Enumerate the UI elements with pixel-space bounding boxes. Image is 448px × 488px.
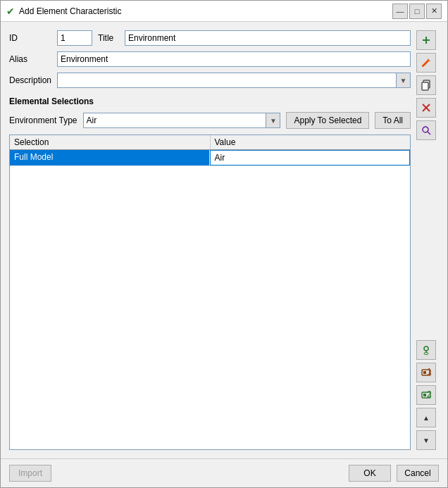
title-input[interactable]: [125, 30, 411, 46]
map-icon: [421, 344, 432, 356]
id-input[interactable]: [57, 30, 92, 46]
table-cell-selection: Full Model: [10, 150, 210, 165]
main-window: ✔ Add Element Characteristic — □ ✕ ID Ti…: [0, 0, 448, 488]
top-button-group: [416, 30, 439, 140]
svg-text:2: 2: [427, 389, 432, 399]
svg-text:1: 1: [427, 367, 432, 377]
svg-point-6: [423, 127, 428, 132]
search-button[interactable]: [416, 120, 436, 140]
minimize-button[interactable]: —: [392, 4, 408, 19]
apply-to-selected-button[interactable]: Apply To Selected: [286, 112, 369, 129]
env-type-select-wrapper: Air Water Space ▼: [83, 113, 281, 128]
content-area: ID Title Alias Description ▼ Elemental S…: [1, 22, 447, 458]
scroll-down-button[interactable]: ▼: [416, 430, 436, 450]
env-type-arrow: ▼: [266, 113, 280, 127]
description-dropdown-button[interactable]: ▼: [396, 73, 410, 87]
selection-table: Selection Value Full Model Air: [9, 134, 411, 450]
env-type-row: Environment Type Air Water Space ▼ Apply…: [9, 112, 411, 129]
svg-rect-1: [425, 37, 427, 44]
add-icon: [421, 35, 432, 46]
table-body: Full Model Air: [10, 150, 410, 449]
window-title: Add Element Characteristic: [19, 6, 388, 16]
svg-point-8: [424, 346, 428, 351]
layer2-button[interactable]: 2: [416, 385, 436, 405]
alias-row: Alias: [9, 51, 411, 67]
elemental-selections-header: Elemental Selections: [9, 96, 411, 106]
map-button[interactable]: [416, 340, 436, 360]
col-header-value: Value: [211, 135, 411, 149]
scroll-up-icon: ▲: [423, 414, 430, 422]
scroll-up-button[interactable]: ▲: [416, 408, 436, 427]
right-sidebar: 1 2 ▲ ▼: [416, 30, 439, 450]
table-header: Selection Value: [10, 135, 410, 150]
description-input[interactable]: [58, 73, 396, 87]
svg-rect-15: [423, 394, 426, 396]
delete-button[interactable]: [416, 98, 436, 118]
footer-right: OK Cancel: [349, 465, 439, 482]
search-icon: [421, 125, 432, 136]
scroll-down-icon: ▼: [423, 437, 430, 444]
layer2-icon: 2: [421, 389, 432, 401]
window-icon: ✔: [6, 6, 15, 17]
title-bar-controls: — □ ✕: [392, 4, 442, 19]
layer1-button[interactable]: 1: [416, 363, 436, 382]
pencil-icon: [421, 57, 432, 68]
id-label: ID: [9, 33, 51, 43]
main-area: ID Title Alias Description ▼ Elemental S…: [9, 30, 411, 450]
ok-button[interactable]: OK: [349, 465, 391, 482]
footer-left: Import: [9, 465, 51, 482]
copy-button[interactable]: [416, 75, 436, 95]
title-bar: ✔ Add Element Characteristic — □ ✕: [1, 1, 447, 22]
col-header-selection: Selection: [10, 135, 211, 149]
svg-rect-3: [422, 82, 428, 90]
description-row: Description ▼: [9, 73, 411, 88]
title-label: Title: [98, 33, 119, 43]
close-button[interactable]: ✕: [426, 4, 442, 19]
alias-label: Alias: [9, 54, 51, 64]
footer: Import OK Cancel: [1, 458, 447, 487]
to-all-button[interactable]: To All: [375, 112, 411, 129]
sidebar-spacer: [416, 143, 439, 337]
env-type-select[interactable]: Air Water Space: [84, 113, 266, 127]
alias-input[interactable]: [57, 51, 411, 67]
description-label: Description: [9, 75, 51, 85]
delete-icon: [421, 102, 432, 113]
table-row[interactable]: Full Model Air: [10, 150, 410, 166]
import-button[interactable]: Import: [9, 465, 51, 482]
svg-line-7: [428, 132, 430, 134]
description-input-wrapper: ▼: [57, 73, 411, 88]
svg-rect-12: [423, 371, 426, 374]
add-button[interactable]: [416, 30, 436, 50]
cancel-button[interactable]: Cancel: [397, 465, 439, 482]
edit-button[interactable]: [416, 53, 436, 73]
table-cell-value: Air: [210, 150, 411, 165]
maximize-button[interactable]: □: [409, 4, 425, 19]
copy-icon: [421, 80, 432, 91]
id-title-row: ID Title: [9, 30, 411, 46]
layer1-icon: 1: [421, 367, 432, 378]
env-type-label: Environment Type: [9, 115, 77, 125]
bottom-button-group: 1 2 ▲ ▼: [416, 340, 439, 450]
